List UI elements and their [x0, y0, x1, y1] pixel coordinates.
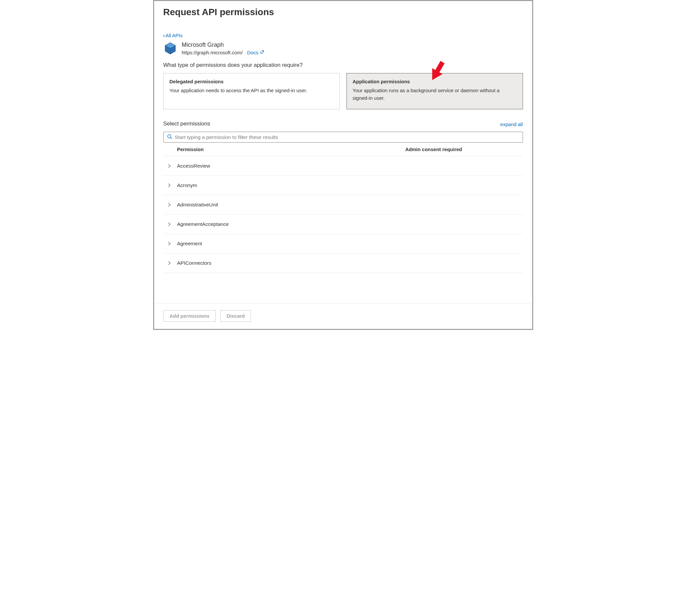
chevron-right-icon [167, 261, 171, 265]
application-card-desc: Your application runs as a background se… [353, 87, 517, 102]
permission-type-question: What type of permissions does your appli… [163, 62, 523, 68]
chevron-right-icon [167, 222, 171, 226]
search-icon [167, 134, 175, 140]
permission-row[interactable]: Acronym [163, 175, 523, 195]
permission-label: AdministrativeUnit [177, 202, 218, 208]
permission-search-input[interactable] [175, 134, 519, 140]
expand-all-link[interactable]: expand all [500, 122, 523, 127]
chevron-left-icon: ‹ [163, 32, 165, 38]
external-link-icon [260, 50, 264, 55]
content: ‹ All APIs Microsoft Graph https://graph… [154, 18, 532, 303]
select-permissions-title: Select permissions [163, 120, 211, 127]
api-url: https://graph.microsoft.com/ [182, 50, 243, 55]
permission-row[interactable]: Agreement [163, 234, 523, 253]
permission-row[interactable]: AgreementAcceptance [163, 214, 523, 234]
api-heading: Microsoft Graph https://graph.microsoft.… [163, 42, 523, 55]
permission-row[interactable]: APIConnectors [163, 253, 523, 273]
delegated-card-desc: Your application needs to access the API… [170, 87, 334, 94]
chevron-right-icon [167, 183, 171, 187]
graph-icon [163, 42, 177, 55]
application-permissions-card[interactable]: Application permissions Your application… [346, 73, 523, 109]
panel: Request API permissions ‹ All APIs Micro… [153, 0, 533, 330]
discard-button[interactable]: Discard [220, 310, 251, 322]
close-icon[interactable] [519, 7, 523, 16]
permission-label: APIConnectors [177, 260, 211, 266]
column-permission: Permission [177, 147, 405, 152]
permission-columns: Permission Admin consent required [163, 142, 523, 156]
permission-row[interactable]: AdministrativeUnit [163, 195, 523, 214]
docs-label: Docs [247, 50, 258, 55]
delegated-permissions-card[interactable]: Delegated permissions Your application n… [163, 73, 340, 109]
api-text: Microsoft Graph https://graph.microsoft.… [182, 42, 264, 55]
permission-label: AgreementAcceptance [177, 221, 229, 227]
application-card-title: Application permissions [353, 79, 517, 84]
api-name: Microsoft Graph [182, 42, 264, 48]
back-all-apis-link[interactable]: ‹ All APIs [163, 32, 183, 38]
permission-label: Agreement [177, 241, 202, 247]
footer: Add permissions Discard [154, 303, 532, 329]
column-admin: Admin consent required [405, 147, 523, 152]
delegated-card-title: Delegated permissions [170, 79, 334, 84]
chevron-right-icon [167, 164, 171, 168]
select-permissions-header: Select permissions expand all [163, 120, 523, 127]
header: Request API permissions [154, 1, 532, 18]
page-title: Request API permissions [163, 7, 274, 18]
permission-label: AccessReview [177, 163, 211, 169]
svg-line-2 [171, 138, 172, 139]
permission-row[interactable]: AccessReview [163, 156, 523, 175]
permission-search[interactable] [163, 132, 523, 142]
back-link-label: All APIs [166, 32, 183, 38]
svg-point-1 [168, 135, 171, 138]
permission-label: Acronym [177, 182, 197, 188]
chevron-right-icon [167, 242, 171, 246]
permission-list: AccessReview Acronym AdministrativeUnit … [163, 156, 523, 273]
docs-link[interactable]: Docs [247, 50, 264, 55]
permission-type-cards: Delegated permissions Your application n… [163, 73, 523, 109]
add-permissions-button[interactable]: Add permissions [163, 310, 216, 322]
chevron-right-icon [167, 203, 171, 207]
